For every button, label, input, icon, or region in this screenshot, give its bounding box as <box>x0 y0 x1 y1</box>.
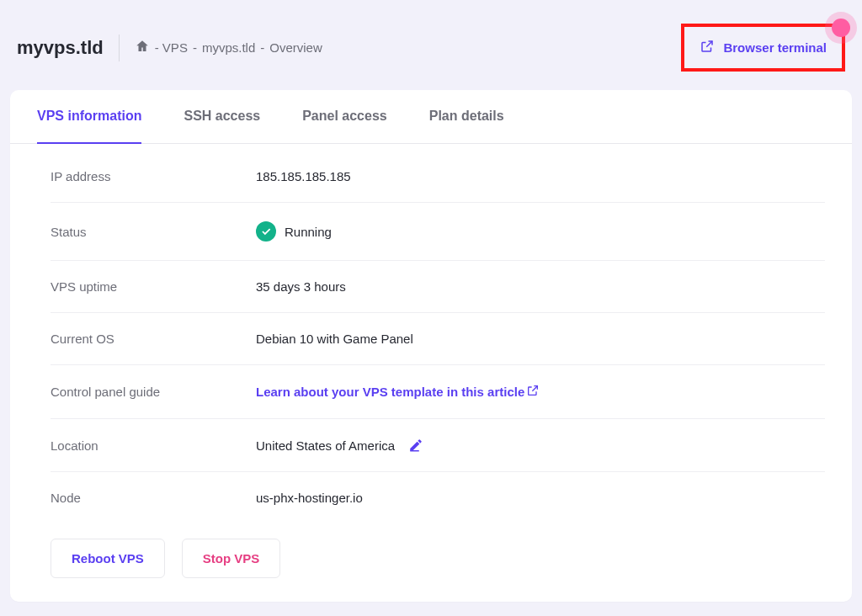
vps-card: VPS information SSH access Panel access … <box>10 90 852 602</box>
status-text: Running <box>285 225 332 239</box>
browser-terminal-button[interactable]: Browser terminal <box>681 24 845 72</box>
page-header: myvps.tld - VPS - myvps.tld - Overview B… <box>0 0 862 90</box>
header-divider <box>119 35 120 61</box>
breadcrumb-part: Overview <box>269 40 322 55</box>
label-guide: Control panel guide <box>51 385 256 399</box>
label-location: Location <box>51 438 256 453</box>
value-location: United States of America <box>256 438 423 453</box>
home-icon[interactable] <box>135 39 150 56</box>
stop-button[interactable]: Stop VPS <box>182 539 281 578</box>
breadcrumb-part[interactable]: - VPS <box>155 40 188 55</box>
edit-icon[interactable] <box>408 438 423 453</box>
label-ip: IP address <box>51 169 256 183</box>
value-uptime: 35 days 3 hours <box>256 279 346 294</box>
tab-plan-details[interactable]: Plan details <box>429 90 504 144</box>
check-circle-icon <box>256 221 276 242</box>
tab-panel-access[interactable]: Panel access <box>302 90 387 144</box>
row-os: Current OS Debian 10 with Game Panel <box>51 313 825 365</box>
label-os: Current OS <box>51 332 256 346</box>
guide-link[interactable]: Learn about your VPS template in this ar… <box>256 384 540 400</box>
external-link-icon <box>526 384 540 400</box>
svg-rect-0 <box>410 450 419 452</box>
row-location: Location United States of America <box>51 419 825 472</box>
action-buttons: Reboot VPS Stop VPS <box>10 523 852 602</box>
tabs: VPS information SSH access Panel access … <box>10 90 852 144</box>
label-node: Node <box>51 491 256 505</box>
info-rows: IP address 185.185.185.185 Status Runnin… <box>10 144 852 523</box>
row-ip-address: IP address 185.185.185.185 <box>51 151 825 203</box>
page-title: myvps.tld <box>17 37 104 59</box>
location-text: United States of America <box>256 438 395 453</box>
breadcrumb-sep: - <box>260 40 264 55</box>
breadcrumb-sep: - <box>193 40 197 55</box>
label-status: Status <box>51 225 256 239</box>
row-guide: Control panel guide Learn about your VPS… <box>51 365 825 419</box>
reboot-button[interactable]: Reboot VPS <box>51 539 165 578</box>
row-status: Status Running <box>51 203 825 261</box>
label-uptime: VPS uptime <box>51 279 256 294</box>
value-os: Debian 10 with Game Panel <box>256 332 413 346</box>
external-link-icon <box>700 39 715 56</box>
row-node: Node us-phx-hostinger.io <box>51 472 825 523</box>
browser-terminal-label: Browser terminal <box>723 40 827 55</box>
row-uptime: VPS uptime 35 days 3 hours <box>51 261 825 313</box>
value-node: us-phx-hostinger.io <box>256 491 363 505</box>
notification-dot-icon <box>832 19 850 37</box>
tab-ssh-access[interactable]: SSH access <box>184 90 260 144</box>
guide-link-text: Learn about your VPS template in this ar… <box>256 385 524 399</box>
breadcrumb[interactable]: - VPS - myvps.tld - Overview <box>135 39 322 56</box>
value-ip: 185.185.185.185 <box>256 169 351 183</box>
value-status: Running <box>256 221 332 242</box>
tab-vps-information[interactable]: VPS information <box>37 90 141 144</box>
breadcrumb-part[interactable]: myvps.tld <box>202 40 255 55</box>
